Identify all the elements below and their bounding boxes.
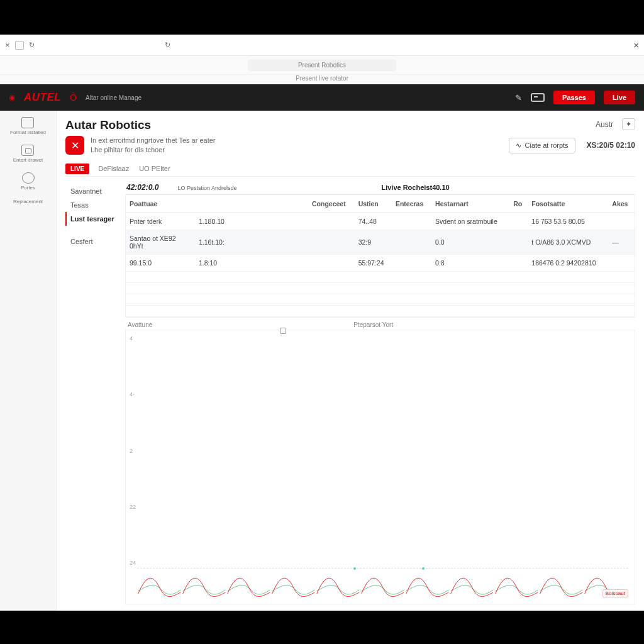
camera-icon (21, 117, 34, 128)
table-cell: Pnter tderk (126, 213, 195, 230)
col-fosotsatte[interactable]: Fosotsatte (528, 195, 608, 213)
edit-icon[interactable]: ✎ (515, 93, 522, 103)
menu-tesas[interactable]: Tesas (65, 198, 125, 212)
app-header: ◉ AUTEL Ô Altar online Manage ✎ Passes L… (0, 84, 644, 111)
sparkline-row: Bolsoaut (137, 569, 628, 597)
table-row[interactable]: Santao ot XE92 0hYt1.16t.10:32:90.0t O/A… (126, 230, 635, 255)
brand-logo[interactable]: AUTEL (24, 91, 61, 104)
desc-line2: Lhe pihitar for dis tchoer (91, 145, 216, 155)
card-icon[interactable] (531, 93, 545, 102)
rail-label: Replacement (13, 199, 43, 205)
axis-label-left: Avattune (128, 321, 152, 328)
table-cell (308, 213, 355, 230)
table-row-empty (126, 306, 635, 317)
rail-item-format[interactable]: Format installed (10, 117, 46, 136)
browser-chrome: × ↻ ↻ × (0, 35, 644, 56)
url-pill[interactable]: Present Robotics (248, 59, 396, 71)
table-cell: Svdent on sratmbuile (431, 213, 509, 230)
table-cell: 74..48 (355, 213, 392, 230)
tab-favicon-icon (15, 41, 24, 50)
table-cell: 1.8:10 (195, 255, 308, 272)
rail-item-portes[interactable]: Portes (21, 172, 35, 191)
rail-item-drawet[interactable]: Entert drawet (13, 145, 43, 164)
refresh-icon[interactable]: ↻ (165, 41, 170, 49)
desc-line1: In ext erroifmd nngrtove thet Tes ar eat… (91, 136, 216, 145)
gear-icon (22, 172, 35, 184)
flame-icon: Ô (70, 92, 77, 103)
table-row-empty (126, 283, 635, 294)
table-cell: 55:97:24 (355, 255, 392, 272)
col-congeceet[interactable]: Congeceet (308, 195, 355, 213)
rail-item-replacement[interactable]: Replacement (13, 199, 43, 205)
table-cell: 0:8 (431, 255, 509, 272)
chart-area[interactable]: 44-22224 Bolsoaut (125, 330, 635, 604)
tab-uopeiter[interactable]: UO PEiter (138, 162, 172, 175)
chart-axis-labels: Avattune Pteparsot Yort (125, 318, 635, 330)
rail-label: Format installed (10, 130, 46, 136)
col-val[interactable] (195, 195, 308, 213)
col-hestarnart[interactable]: Hestarnart (431, 195, 509, 213)
table-cell (392, 230, 431, 255)
table-header-row: Poattuae Congeceet Ustien Entecras Hesta… (126, 195, 635, 213)
tab-defislaaz[interactable]: DeFislaaz (97, 162, 130, 175)
axis-label-right: Pteparsot Yort (353, 321, 393, 328)
page-timestamp: XS:20/5 02:10 (587, 141, 635, 150)
table-cell (509, 230, 528, 255)
table-row[interactable]: Pnter tderk1.180.1074..48Svdent on sratm… (126, 213, 635, 230)
close-tab-icon[interactable]: × (5, 40, 10, 50)
y-tick: 4- (130, 391, 136, 397)
table-cell (392, 213, 431, 230)
passes-button[interactable]: Passes (553, 91, 595, 104)
data-table: Poattuae Congeceet Ustien Entecras Hesta… (125, 194, 635, 318)
page-title: Autar Robotics (65, 118, 151, 132)
table-cell: 1.180.10 (195, 213, 308, 230)
col-poattuae[interactable]: Poattuae (126, 195, 195, 213)
create-report-button[interactable]: ∿ Ciate at rorpts (509, 138, 575, 153)
live-badge: LIVE (65, 164, 89, 174)
table-row-empty (126, 294, 635, 306)
table-cell (308, 255, 355, 272)
table-cell: 32:9 (355, 230, 392, 255)
table-cell: 1.16t.10: (195, 230, 308, 255)
table-cell (308, 230, 355, 255)
panel-header: 42:02:0.0 LO Peststion Andrelsde Livive … (125, 180, 635, 194)
table-row-empty (126, 272, 635, 283)
table-cell: 16 763 53.5 80.05 (528, 213, 608, 230)
star-icon[interactable]: ✦ (622, 118, 635, 130)
wave-icon: ∿ (516, 142, 521, 150)
y-tick: 22 (130, 504, 136, 510)
y-tick: 2 (130, 448, 136, 454)
table-cell: 0.0 (431, 230, 509, 255)
page-description: In ext erroifmd nngrtove thet Tes ar eat… (91, 136, 216, 155)
header-subtitle: Altar online Manage (86, 94, 142, 101)
tabs: LIVE DeFislaaz UO PEiter (65, 162, 635, 177)
menu-lusttesrager[interactable]: Lust tesrager (65, 212, 125, 226)
col-entecras[interactable]: Entecras (392, 195, 431, 213)
app-icon: ✕ (65, 136, 84, 155)
col-akes[interactable]: Akes (608, 195, 635, 213)
table-cell (608, 255, 635, 272)
col-ro[interactable]: Ro (509, 195, 528, 213)
y-ticks: 44-22224 (130, 335, 136, 566)
table-row[interactable]: 99.15:01.8:1055:97:240:8186476 0:2 94202… (126, 255, 635, 272)
table-cell: 186476 0:2 94202810 (528, 255, 608, 272)
menu-savantnet[interactable]: Savantnet (65, 184, 125, 198)
header-dot-icon: ◉ (9, 93, 15, 102)
url-subtitle: Present live rotator (0, 75, 644, 84)
robot-icon (21, 145, 34, 156)
panel-timestamp: 42:02:0.0 (126, 183, 158, 192)
main-panel: Autar Robotics Austr ✦ ✕ In ext erroifmd… (57, 111, 644, 611)
table-cell: 99.15:0 (126, 255, 195, 272)
y-tick: 4 (130, 335, 136, 341)
table-cell (509, 255, 528, 272)
live-button[interactable]: Live (604, 91, 635, 104)
slider-handle-icon[interactable] (280, 328, 286, 334)
col-ustien[interactable]: Ustien (355, 195, 392, 213)
window-close-icon[interactable]: × (633, 40, 639, 50)
menu-cesfert[interactable]: Cesfert (65, 235, 125, 248)
tab-refresh-icon[interactable]: ↻ (29, 41, 35, 49)
panel-section-label: Livive Rocheist40.10 (381, 184, 449, 191)
table-cell: Santao ot XE92 0hYt (126, 230, 195, 255)
address-strip: Present Robotics (0, 56, 644, 75)
app-viewport: × ↻ ↻ × Present Robotics Present live ro… (0, 35, 644, 611)
